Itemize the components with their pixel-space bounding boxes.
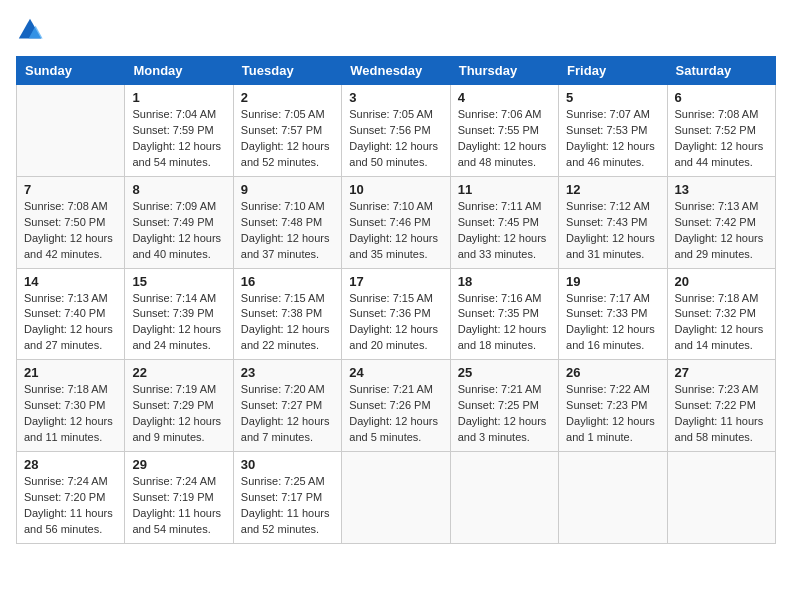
logo-icon xyxy=(16,16,44,44)
weekday-header: Wednesday xyxy=(342,57,450,85)
weekday-header: Saturday xyxy=(667,57,775,85)
day-number: 3 xyxy=(349,90,442,105)
page-header xyxy=(16,16,776,44)
day-number: 7 xyxy=(24,182,117,197)
day-number: 25 xyxy=(458,365,551,380)
day-info: Sunrise: 7:06 AM Sunset: 7:55 PM Dayligh… xyxy=(458,107,551,171)
calendar-cell: 10Sunrise: 7:10 AM Sunset: 7:46 PM Dayli… xyxy=(342,176,450,268)
day-number: 8 xyxy=(132,182,225,197)
calendar-cell: 8Sunrise: 7:09 AM Sunset: 7:49 PM Daylig… xyxy=(125,176,233,268)
calendar-cell xyxy=(17,85,125,177)
day-info: Sunrise: 7:10 AM Sunset: 7:48 PM Dayligh… xyxy=(241,199,334,263)
day-info: Sunrise: 7:25 AM Sunset: 7:17 PM Dayligh… xyxy=(241,474,334,538)
day-info: Sunrise: 7:22 AM Sunset: 7:23 PM Dayligh… xyxy=(566,382,659,446)
calendar-cell: 25Sunrise: 7:21 AM Sunset: 7:25 PM Dayli… xyxy=(450,360,558,452)
day-number: 26 xyxy=(566,365,659,380)
calendar-cell: 19Sunrise: 7:17 AM Sunset: 7:33 PM Dayli… xyxy=(559,268,667,360)
day-number: 27 xyxy=(675,365,768,380)
day-info: Sunrise: 7:21 AM Sunset: 7:26 PM Dayligh… xyxy=(349,382,442,446)
weekday-header: Tuesday xyxy=(233,57,341,85)
day-number: 11 xyxy=(458,182,551,197)
day-info: Sunrise: 7:23 AM Sunset: 7:22 PM Dayligh… xyxy=(675,382,768,446)
calendar-cell: 17Sunrise: 7:15 AM Sunset: 7:36 PM Dayli… xyxy=(342,268,450,360)
day-info: Sunrise: 7:19 AM Sunset: 7:29 PM Dayligh… xyxy=(132,382,225,446)
day-info: Sunrise: 7:05 AM Sunset: 7:57 PM Dayligh… xyxy=(241,107,334,171)
day-number: 19 xyxy=(566,274,659,289)
day-info: Sunrise: 7:09 AM Sunset: 7:49 PM Dayligh… xyxy=(132,199,225,263)
day-number: 30 xyxy=(241,457,334,472)
calendar-cell: 26Sunrise: 7:22 AM Sunset: 7:23 PM Dayli… xyxy=(559,360,667,452)
calendar-cell: 13Sunrise: 7:13 AM Sunset: 7:42 PM Dayli… xyxy=(667,176,775,268)
calendar-cell: 24Sunrise: 7:21 AM Sunset: 7:26 PM Dayli… xyxy=(342,360,450,452)
calendar-cell: 15Sunrise: 7:14 AM Sunset: 7:39 PM Dayli… xyxy=(125,268,233,360)
day-info: Sunrise: 7:15 AM Sunset: 7:38 PM Dayligh… xyxy=(241,291,334,355)
day-number: 10 xyxy=(349,182,442,197)
calendar-cell: 9Sunrise: 7:10 AM Sunset: 7:48 PM Daylig… xyxy=(233,176,341,268)
day-info: Sunrise: 7:07 AM Sunset: 7:53 PM Dayligh… xyxy=(566,107,659,171)
calendar-cell: 16Sunrise: 7:15 AM Sunset: 7:38 PM Dayli… xyxy=(233,268,341,360)
day-number: 17 xyxy=(349,274,442,289)
day-info: Sunrise: 7:18 AM Sunset: 7:30 PM Dayligh… xyxy=(24,382,117,446)
calendar-cell xyxy=(667,452,775,544)
calendar-cell: 22Sunrise: 7:19 AM Sunset: 7:29 PM Dayli… xyxy=(125,360,233,452)
day-number: 22 xyxy=(132,365,225,380)
day-info: Sunrise: 7:20 AM Sunset: 7:27 PM Dayligh… xyxy=(241,382,334,446)
calendar-cell: 27Sunrise: 7:23 AM Sunset: 7:22 PM Dayli… xyxy=(667,360,775,452)
calendar-cell: 11Sunrise: 7:11 AM Sunset: 7:45 PM Dayli… xyxy=(450,176,558,268)
calendar-cell xyxy=(450,452,558,544)
weekday-header: Thursday xyxy=(450,57,558,85)
day-number: 28 xyxy=(24,457,117,472)
day-info: Sunrise: 7:12 AM Sunset: 7:43 PM Dayligh… xyxy=(566,199,659,263)
calendar-week-row: 21Sunrise: 7:18 AM Sunset: 7:30 PM Dayli… xyxy=(17,360,776,452)
day-number: 16 xyxy=(241,274,334,289)
logo xyxy=(16,16,48,44)
calendar-week-row: 1Sunrise: 7:04 AM Sunset: 7:59 PM Daylig… xyxy=(17,85,776,177)
day-number: 23 xyxy=(241,365,334,380)
day-number: 29 xyxy=(132,457,225,472)
day-info: Sunrise: 7:24 AM Sunset: 7:20 PM Dayligh… xyxy=(24,474,117,538)
day-info: Sunrise: 7:14 AM Sunset: 7:39 PM Dayligh… xyxy=(132,291,225,355)
day-number: 24 xyxy=(349,365,442,380)
calendar-cell: 7Sunrise: 7:08 AM Sunset: 7:50 PM Daylig… xyxy=(17,176,125,268)
calendar-cell: 18Sunrise: 7:16 AM Sunset: 7:35 PM Dayli… xyxy=(450,268,558,360)
day-number: 15 xyxy=(132,274,225,289)
day-info: Sunrise: 7:13 AM Sunset: 7:42 PM Dayligh… xyxy=(675,199,768,263)
calendar-cell: 2Sunrise: 7:05 AM Sunset: 7:57 PM Daylig… xyxy=(233,85,341,177)
calendar-cell: 3Sunrise: 7:05 AM Sunset: 7:56 PM Daylig… xyxy=(342,85,450,177)
day-info: Sunrise: 7:10 AM Sunset: 7:46 PM Dayligh… xyxy=(349,199,442,263)
day-info: Sunrise: 7:15 AM Sunset: 7:36 PM Dayligh… xyxy=(349,291,442,355)
day-info: Sunrise: 7:08 AM Sunset: 7:50 PM Dayligh… xyxy=(24,199,117,263)
calendar-cell: 21Sunrise: 7:18 AM Sunset: 7:30 PM Dayli… xyxy=(17,360,125,452)
day-info: Sunrise: 7:16 AM Sunset: 7:35 PM Dayligh… xyxy=(458,291,551,355)
day-number: 20 xyxy=(675,274,768,289)
day-info: Sunrise: 7:11 AM Sunset: 7:45 PM Dayligh… xyxy=(458,199,551,263)
day-number: 18 xyxy=(458,274,551,289)
day-info: Sunrise: 7:21 AM Sunset: 7:25 PM Dayligh… xyxy=(458,382,551,446)
day-number: 1 xyxy=(132,90,225,105)
weekday-header: Friday xyxy=(559,57,667,85)
day-number: 21 xyxy=(24,365,117,380)
weekday-header: Sunday xyxy=(17,57,125,85)
day-number: 5 xyxy=(566,90,659,105)
day-number: 13 xyxy=(675,182,768,197)
day-info: Sunrise: 7:05 AM Sunset: 7:56 PM Dayligh… xyxy=(349,107,442,171)
weekday-header: Monday xyxy=(125,57,233,85)
calendar-week-row: 28Sunrise: 7:24 AM Sunset: 7:20 PM Dayli… xyxy=(17,452,776,544)
day-number: 9 xyxy=(241,182,334,197)
day-info: Sunrise: 7:08 AM Sunset: 7:52 PM Dayligh… xyxy=(675,107,768,171)
calendar-cell: 1Sunrise: 7:04 AM Sunset: 7:59 PM Daylig… xyxy=(125,85,233,177)
calendar-cell: 30Sunrise: 7:25 AM Sunset: 7:17 PM Dayli… xyxy=(233,452,341,544)
day-number: 2 xyxy=(241,90,334,105)
day-info: Sunrise: 7:13 AM Sunset: 7:40 PM Dayligh… xyxy=(24,291,117,355)
calendar-cell: 29Sunrise: 7:24 AM Sunset: 7:19 PM Dayli… xyxy=(125,452,233,544)
day-number: 12 xyxy=(566,182,659,197)
calendar-cell: 23Sunrise: 7:20 AM Sunset: 7:27 PM Dayli… xyxy=(233,360,341,452)
calendar-cell: 4Sunrise: 7:06 AM Sunset: 7:55 PM Daylig… xyxy=(450,85,558,177)
day-info: Sunrise: 7:17 AM Sunset: 7:33 PM Dayligh… xyxy=(566,291,659,355)
calendar-week-row: 7Sunrise: 7:08 AM Sunset: 7:50 PM Daylig… xyxy=(17,176,776,268)
calendar-cell xyxy=(559,452,667,544)
day-number: 6 xyxy=(675,90,768,105)
calendar-cell: 14Sunrise: 7:13 AM Sunset: 7:40 PM Dayli… xyxy=(17,268,125,360)
calendar-cell: 12Sunrise: 7:12 AM Sunset: 7:43 PM Dayli… xyxy=(559,176,667,268)
calendar-table: SundayMondayTuesdayWednesdayThursdayFrid… xyxy=(16,56,776,544)
